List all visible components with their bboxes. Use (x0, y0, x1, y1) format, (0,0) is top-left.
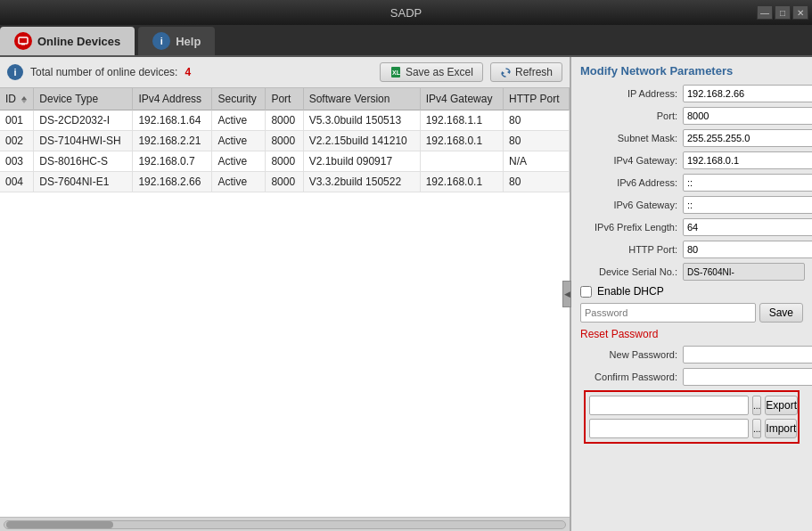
device-table-container[interactable]: ID Device Type IPv4 Address Security Por… (0, 88, 570, 517)
ipv6-gateway-row: IPv6 Gateway: (580, 196, 803, 214)
help-icon: i (152, 32, 170, 50)
svg-text:XL: XL (392, 69, 401, 76)
table-cell: 192.168.0.1 (420, 131, 503, 151)
ip-address-row: IP Address: (580, 85, 803, 102)
refresh-button[interactable]: Refresh (490, 62, 562, 82)
confirm-password-label: Confirm Password: (580, 372, 683, 382)
restore-button[interactable]: □ (775, 5, 791, 20)
subnet-mask-input[interactable] (683, 129, 812, 147)
horizontal-scrollbar[interactable] (0, 517, 570, 531)
table-row[interactable]: 002DS-7104HWI-SH192.168.2.21Active8000V2… (0, 131, 570, 151)
import-browse-button[interactable]: ... (752, 419, 761, 438)
table-cell: 192.168.1.64 (133, 110, 212, 131)
refresh-icon (500, 67, 512, 78)
ipv4-gateway-input[interactable] (683, 151, 812, 169)
ipv6-prefix-input[interactable] (683, 218, 812, 236)
right-panel-inner: Modify Network Parameters IP Address: Po… (571, 57, 812, 531)
device-count: 4 (185, 66, 191, 78)
table-cell: V3.3.2build 150522 (303, 172, 420, 192)
main-content: i Total number of online devices: 4 XL S… (0, 57, 812, 531)
export-browse-button[interactable]: ... (752, 396, 761, 415)
ipv6-address-input[interactable] (683, 174, 812, 192)
http-port-label: HTTP Port: (580, 244, 683, 255)
col-header-security: Security (212, 88, 266, 110)
port-input[interactable] (683, 107, 812, 125)
dhcp-label: Enable DHCP (597, 285, 664, 298)
table-row[interactable]: 004DS-7604NI-E1192.168.2.66Active8000V3.… (0, 172, 570, 192)
ipv6-prefix-row: IPv6 Prefix Length: (580, 218, 803, 236)
table-cell: N/A (504, 151, 570, 172)
table-cell: DS-7104HWI-SH (34, 131, 133, 151)
dhcp-checkbox[interactable] (580, 286, 592, 298)
import-path-input[interactable] (589, 419, 749, 438)
table-cell: DS-2CD2032-I (34, 110, 133, 131)
http-port-input[interactable] (683, 241, 812, 258)
export-button[interactable]: Export (765, 396, 798, 415)
tab-help[interactable]: i Help (138, 27, 215, 55)
new-password-row: New Password: (580, 346, 803, 364)
table-cell: 192.168.1.1 (420, 110, 503, 131)
scroll-thumb[interactable] (6, 521, 113, 528)
svg-marker-4 (507, 70, 510, 74)
import-row: ... Import (589, 419, 794, 438)
table-cell: Active (212, 151, 266, 172)
bottom-actions: ... Export ... Import (584, 390, 800, 444)
confirm-password-row: Confirm Password: (580, 368, 803, 386)
table-cell: V2.1build 090917 (303, 151, 420, 172)
table-cell: Active (212, 110, 266, 131)
col-header-id: ID (0, 88, 34, 110)
table-cell: V5.3.0build 150513 (303, 110, 420, 131)
excel-icon: XL (390, 66, 402, 78)
tab-online-devices-label: Online Devices (37, 35, 120, 48)
serial-label: Device Serial No.: (580, 266, 683, 277)
reset-password-link[interactable]: Reset Password (580, 328, 803, 340)
ipv6-address-label: IPv6 Address: (580, 177, 683, 188)
new-password-label: New Password: (580, 349, 683, 360)
tab-online-devices[interactable]: Online Devices (0, 27, 135, 55)
table-cell: DS-7604NI-E1 (34, 172, 133, 192)
table-header-row: ID Device Type IPv4 Address Security Por… (0, 88, 570, 110)
save-button[interactable]: Save (759, 303, 803, 323)
table-cell: 192.168.0.1 (420, 172, 503, 192)
toolbar: i Total number of online devices: 4 XL S… (0, 57, 570, 88)
svg-rect-0 (19, 37, 28, 44)
minimize-button[interactable]: — (757, 5, 773, 20)
table-cell: 8000 (266, 172, 303, 192)
tab-help-label: Help (176, 35, 201, 48)
svg-marker-7 (21, 100, 27, 103)
confirm-password-input[interactable] (683, 368, 812, 386)
toolbar-info-text: Total number of online devices: (30, 66, 177, 78)
table-cell: 80 (504, 131, 570, 151)
table-cell: Active (212, 131, 266, 151)
close-button[interactable]: ✕ (792, 5, 808, 20)
save-excel-button[interactable]: XL Save as Excel (380, 62, 483, 82)
table-cell: 192.168.2.66 (133, 172, 212, 192)
subnet-mask-row: Subnet Mask: (580, 129, 803, 147)
serial-row: Device Serial No.: (580, 263, 803, 281)
monitor-icon (14, 32, 32, 50)
table-row[interactable]: 003DS-8016HC-S192.168.0.7Active8000V2.1b… (0, 151, 570, 172)
table-cell: Active (212, 172, 266, 192)
import-button[interactable]: Import (765, 419, 797, 438)
ipv4-gateway-label: IPv4 Gateway: (580, 155, 683, 166)
serial-input (683, 263, 805, 281)
scroll-track[interactable] (4, 520, 566, 529)
ip-address-label: IP Address: (580, 88, 683, 99)
password-input[interactable] (580, 303, 756, 323)
table-cell: 8000 (266, 151, 303, 172)
table-cell: 004 (0, 172, 34, 192)
table-cell: 8000 (266, 131, 303, 151)
ipv6-gateway-input[interactable] (683, 196, 812, 214)
export-path-input[interactable] (589, 396, 749, 415)
col-header-port: Port (266, 88, 303, 110)
table-row[interactable]: 001DS-2CD2032-I192.168.1.64Active8000V5.… (0, 110, 570, 131)
ip-address-input[interactable] (683, 85, 812, 102)
col-header-software: Software Version (303, 88, 420, 110)
new-password-input[interactable] (683, 346, 812, 364)
right-panel: ◀ Modify Network Parameters IP Address: … (571, 57, 812, 531)
table-cell: 002 (0, 131, 34, 151)
collapse-button[interactable]: ◀ (562, 281, 571, 307)
title-bar: SADP — □ ✕ (0, 0, 812, 25)
ipv4-gateway-row: IPv4 Gateway: (580, 151, 803, 169)
http-port-row: HTTP Port: (580, 241, 803, 258)
